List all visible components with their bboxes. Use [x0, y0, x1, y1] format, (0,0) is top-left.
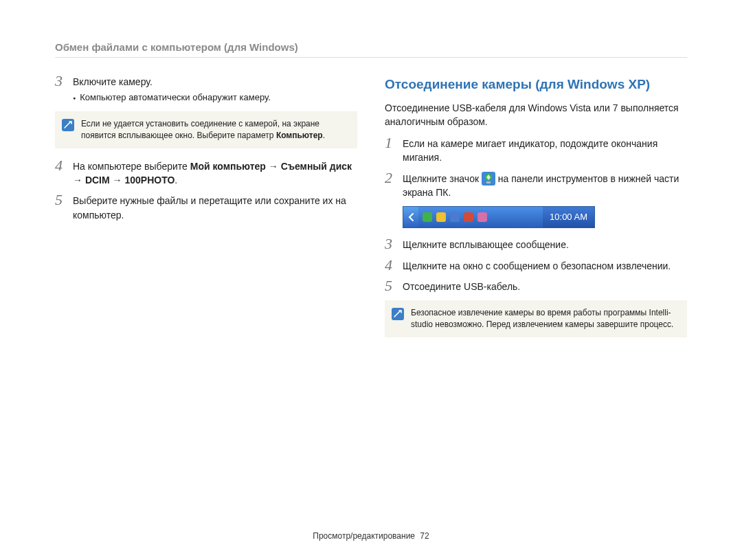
step4-b4: 100PHOTO [124, 175, 175, 186]
footer: Просмотр/редактирование 72 [0, 531, 742, 541]
svg-rect-3 [486, 181, 491, 183]
page-header: Обмен файлами с компьютером (для Windows… [55, 41, 687, 58]
step-body: Если на камере мигает индикатор, подожди… [403, 137, 687, 165]
step-body: Щелкните значок на панели инструментов в… [403, 172, 687, 200]
safely-remove-hardware-icon [482, 172, 495, 186]
step5-text: Выберите нужные файлы и перетащите или с… [73, 195, 346, 220]
left-step-3: 3 Включите камеру. Компьютер автоматичес… [55, 75, 357, 104]
right-step-3: 3 Щелкните всплывающее сообщение. [385, 238, 687, 251]
left-step-4: 4 На компьютере выберите Мой компьютер →… [55, 159, 357, 188]
right-step-1: 1 Если на камере мигает индикатор, подож… [385, 137, 687, 165]
taskbar-tray-image: 10:00 AM [403, 206, 595, 228]
tray-icon-misc [477, 212, 487, 222]
step4-a2: → [73, 175, 85, 186]
tray-icons [418, 207, 543, 227]
section-heading: Отсоединение камеры (для Windows XP) [385, 75, 687, 94]
r4-text: Щелкните на окно с сообщением о безопасн… [403, 260, 671, 271]
step-number: 4 [385, 258, 403, 273]
step-number: 2 [385, 170, 403, 186]
note-text: Если не удается установить соединение с … [81, 118, 348, 142]
footer-page: 72 [420, 531, 429, 541]
note-bold: Компьютер [276, 131, 323, 140]
step-number: 3 [385, 236, 403, 251]
tray-icon-remove-hardware [423, 212, 432, 222]
left-note: Если не удается установить соединение с … [55, 111, 357, 148]
step4-b2: Съемный диск [281, 161, 352, 172]
r2-pre: Щелкните значок [403, 173, 482, 184]
note-icon [62, 119, 74, 131]
left-column: 3 Включите камеру. Компьютер автоматичес… [55, 75, 357, 348]
step-number: 3 [55, 74, 73, 89]
right-column: Отсоединение камеры (для Windows XP) Отс… [385, 75, 687, 348]
note-post: . [323, 131, 325, 140]
step4-a1: → [266, 161, 281, 172]
step-text: Включите камеру. [73, 76, 153, 87]
tray-icon-volume [464, 212, 473, 222]
right-step-4: 4 Щелкните на окно с сообщением о безопа… [385, 259, 687, 273]
right-step-5: 5 Отсоедините USB-кабель. [385, 280, 687, 293]
step4-b3: DCIM [85, 175, 110, 186]
step4-pre: На компьютере выберите [73, 161, 190, 172]
step-body: На компьютере выберите Мой компьютер → С… [73, 159, 357, 188]
content-columns: 3 Включите камеру. Компьютер автоматичес… [55, 75, 687, 348]
note-icon [392, 308, 404, 320]
tray-clock: 10:00 AM [543, 207, 594, 227]
section-intro: Отсоединение USB-кабеля для Windows Vist… [385, 101, 687, 129]
right-note: Безопасное извлечение камеры во время ра… [385, 300, 687, 337]
tray-icon-display [450, 212, 460, 222]
r1-text: Если на камере мигает индикатор, подожди… [403, 138, 657, 163]
step-body: Выберите нужные файлы и перетащите или с… [73, 194, 357, 222]
r3-text: Щелкните всплывающее сообщение. [403, 239, 569, 250]
step-number: 5 [55, 192, 73, 208]
step-body: Щелкните всплывающее сообщение. [403, 238, 687, 251]
footer-section: Просмотр/редактирование [313, 531, 415, 541]
right-note-text: Безопасное извлечение камеры во время ра… [411, 307, 677, 331]
step-body: Щелкните на окно с сообщением о безопасн… [403, 259, 687, 273]
step-body: Отсоедините USB-кабель. [403, 280, 687, 293]
step-number: 5 [385, 278, 403, 293]
step4-post: . [175, 175, 177, 186]
step4-b1: Мой компьютер [190, 161, 266, 172]
tray-icon-shield [436, 212, 446, 222]
tray-expand-icon [403, 207, 418, 227]
r5-text: Отсоедините USB-кабель. [403, 281, 520, 292]
step-number: 4 [55, 158, 73, 173]
right-step-2: 2 Щелкните значок на панели инструментов… [385, 172, 687, 200]
bullet-text: Компьютер автоматически обнаружит камеру… [80, 91, 271, 104]
left-step-5: 5 Выберите нужные файлы и перетащите или… [55, 194, 357, 222]
step4-a3: → [110, 175, 125, 186]
step-number: 1 [385, 135, 403, 150]
page: Обмен файлами с компьютером (для Windows… [0, 0, 742, 560]
step3-bullet: Компьютер автоматически обнаружит камеру… [73, 91, 357, 104]
step-body: Включите камеру. Компьютер автоматически… [73, 75, 357, 104]
